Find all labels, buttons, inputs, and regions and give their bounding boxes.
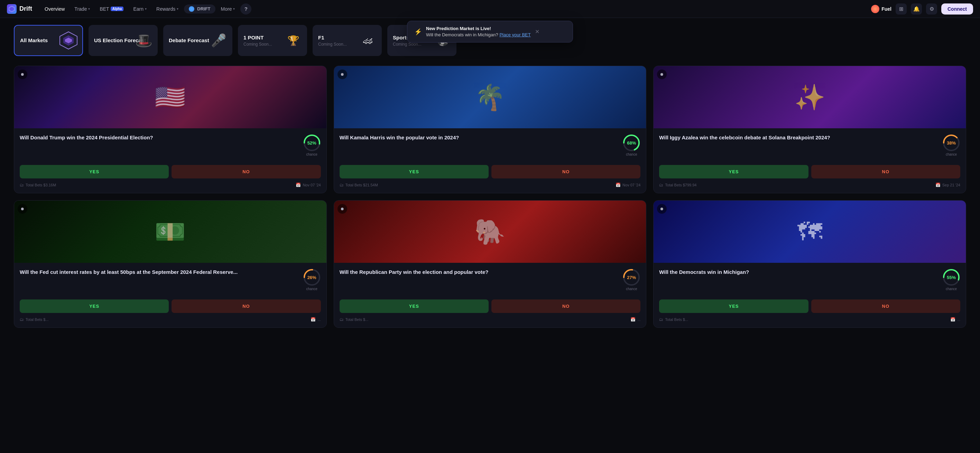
toast-close-button[interactable]: ✕	[535, 29, 539, 35]
no-button-rep-election[interactable]: NO	[492, 299, 640, 313]
yes-button-trump-2024[interactable]: YES	[20, 165, 169, 178]
total-bets-rep-election: Total Bets $...	[345, 318, 369, 322]
nav-item-rewards[interactable]: Rewards ▾	[152, 4, 183, 14]
market-body-kamala-popular: Will Kamala Harris win the popular vote …	[334, 128, 646, 193]
chance-label-dems-michigan: chance	[946, 287, 957, 291]
calendar-icon-iggy-debate: 📅	[935, 183, 940, 188]
market-image-trump-2024: 🇺🇸 ⏺	[14, 66, 326, 128]
chance-label-rep-election: chance	[626, 287, 637, 291]
chance-badge-rep-election: 27% chance	[622, 269, 640, 291]
nav-item-trade[interactable]: Trade ▾	[70, 4, 94, 14]
cat-content-f1: F1 Coming Soon...	[318, 34, 347, 47]
market-buttons-dems-michigan: YES NO	[659, 299, 960, 313]
market-card-trump-2024: 🇺🇸 ⏺ Will Donald Trump win the 2024 Pres…	[14, 66, 327, 193]
main-content: All Markets US Election Forecast 🎩 Debat…	[0, 18, 980, 335]
total-bets-iggy-debate: Total Bets $799.94	[665, 183, 697, 187]
footer-right-rep-election: 📅 ...	[630, 317, 640, 322]
toast-body: New Prediction Market is Live! Will the …	[426, 26, 531, 37]
toast-title: New Prediction Market is Live!	[426, 26, 531, 31]
no-button-kamala-popular[interactable]: NO	[492, 165, 640, 178]
fuel-button[interactable]: Fuel	[871, 5, 891, 13]
market-footer-trump-2024: 🗂 Total Bets $3.16M 📅 Nov 07 '24	[20, 183, 321, 188]
nav-right: Fuel ⊞ 🔔 ⚙ Connect	[871, 3, 973, 14]
chance-number-dems-michigan: 55%	[947, 275, 956, 280]
cat-image-point: 🏆	[279, 25, 307, 56]
toast-link[interactable]: Place your BET	[500, 32, 530, 37]
help-button[interactable]: ?	[240, 3, 251, 14]
market-footer-iggy-debate: 🗂 Total Bets $799.94 📅 Sep 21 '24	[659, 183, 960, 188]
nav-items: Overview Trade ▾ BET Alpha Earn ▾ Reward…	[40, 3, 868, 14]
market-card-fed-rates: 💵 ⏺ Will the Fed cut interest rates by a…	[14, 200, 327, 328]
category-all-markets[interactable]: All Markets	[14, 25, 83, 56]
no-button-trump-2024[interactable]: NO	[172, 165, 321, 178]
nav-item-earn[interactable]: Earn ▾	[129, 4, 151, 14]
total-bets-fed-rates: Total Bets $...	[25, 318, 49, 322]
footer-left-iggy-debate: 🗂 Total Bets $799.94	[659, 183, 697, 188]
fuel-icon	[871, 5, 879, 13]
chance-badge-kamala-popular: 68% chance	[622, 134, 640, 156]
yes-button-kamala-popular[interactable]: YES	[340, 165, 488, 178]
footer-right-iggy-debate: 📅 Sep 21 '24	[935, 183, 960, 188]
cat-label-point: 1 POINT	[243, 34, 272, 41]
market-question-row-rep-election: Will the Republican Party win the electi…	[340, 269, 641, 292]
market-question-dems-michigan: Will the Democrats win in Michigan?	[659, 269, 749, 276]
category-1point[interactable]: 1 POINT Coming Soon... 🏆	[238, 25, 307, 56]
category-debate[interactable]: Debate Forecast 🎤	[163, 25, 232, 56]
connect-button[interactable]: Connect	[941, 3, 973, 14]
bets-icon-iggy-debate: 🗂	[659, 183, 663, 188]
market-card-dems-michigan: 🗺 ⏺ Will the Democrats win in Michigan? …	[653, 200, 966, 328]
cat-image-f1: 🏎	[354, 25, 382, 56]
bet-badge: Alpha	[111, 6, 124, 11]
chance-label-trump-2024: chance	[306, 153, 317, 156]
toast-message: Will the Democrats win in Michigan? Plac…	[426, 32, 531, 37]
footer-left-kamala-popular: 🗂 Total Bets $21.54M	[340, 183, 378, 188]
yes-button-iggy-debate[interactable]: YES	[659, 165, 808, 178]
category-us-election[interactable]: US Election Forecast 🎩	[89, 25, 158, 56]
market-buttons-fed-rates: YES NO	[20, 299, 321, 313]
chance-number-iggy-debate: 38%	[947, 140, 956, 146]
market-question-row-dems-michigan: Will the Democrats win in Michigan? 55% …	[659, 269, 960, 292]
market-image-rep-election: 🐘 ⏺	[334, 200, 646, 263]
toast-icon: ⚡	[414, 28, 422, 36]
cat-image-all	[55, 25, 82, 55]
no-button-iggy-debate[interactable]: NO	[811, 165, 960, 178]
toast-notification: ⚡ New Prediction Market is Live! Will th…	[407, 21, 573, 43]
cat-sublabel-f1: Coming Soon...	[318, 42, 347, 47]
settings-icon-button[interactable]: ⚙	[926, 3, 937, 14]
market-question-trump-2024: Will Donald Trump win the 2024 President…	[20, 134, 153, 141]
expiry-date-rep-election: ...	[637, 318, 640, 322]
nav-item-drift[interactable]: DRIFT	[184, 5, 215, 13]
yes-button-rep-election[interactable]: YES	[340, 299, 488, 313]
yes-button-dems-michigan[interactable]: YES	[659, 299, 808, 313]
chance-circle-fed-rates: 26%	[303, 269, 321, 286]
record-icon-rep-election: ⏺	[337, 204, 347, 214]
grid-icon-button[interactable]: ⊞	[896, 3, 907, 14]
chance-badge-dems-michigan: 55% chance	[942, 269, 960, 291]
chance-number-trump-2024: 52%	[307, 140, 317, 146]
chance-badge-trump-2024: 52% chance	[303, 134, 321, 156]
chance-badge-iggy-debate: 38% chance	[942, 134, 960, 156]
navbar: Drift Overview Trade ▾ BET Alpha Earn ▾ …	[0, 0, 980, 18]
footer-left-dems-michigan: 🗂 Total Bets $...	[659, 317, 688, 322]
no-button-dems-michigan[interactable]: NO	[811, 299, 960, 313]
total-bets-kamala-popular: Total Bets $21.54M	[345, 183, 378, 187]
no-button-fed-rates[interactable]: NO	[172, 299, 321, 313]
chance-circle-iggy-debate: 38%	[942, 134, 960, 152]
yes-button-fed-rates[interactable]: YES	[20, 299, 169, 313]
footer-right-kamala-popular: 📅 Nov 07 '24	[616, 183, 640, 188]
nav-item-overview[interactable]: Overview	[40, 4, 69, 14]
total-bets-trump-2024: Total Bets $3.16M	[25, 183, 56, 187]
expiry-date-fed-rates: ...	[317, 318, 321, 322]
drift-dot	[189, 6, 194, 12]
nav-item-bet[interactable]: BET Alpha	[95, 4, 127, 14]
market-body-dems-michigan: Will the Democrats win in Michigan? 55% …	[654, 263, 966, 327]
expiry-date-iggy-debate: Sep 21 '24	[942, 183, 960, 187]
category-f1[interactable]: F1 Coming Soon... 🏎	[313, 25, 382, 56]
nav-item-more[interactable]: More ▾	[217, 4, 239, 14]
bell-icon-button[interactable]: 🔔	[911, 3, 922, 14]
chance-label-fed-rates: chance	[306, 287, 317, 291]
footer-right-dems-michigan: 📅 ...	[950, 317, 960, 322]
market-buttons-trump-2024: YES NO	[20, 165, 321, 178]
market-body-trump-2024: Will Donald Trump win the 2024 President…	[14, 128, 326, 193]
logo[interactable]: Drift	[7, 4, 32, 14]
